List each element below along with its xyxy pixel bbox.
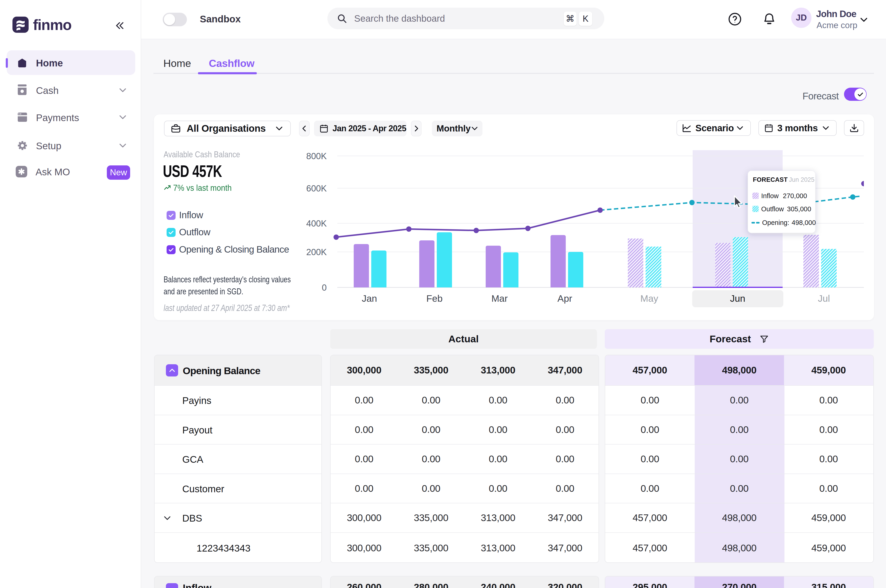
svg-text:800K: 800K	[306, 152, 327, 161]
svg-text:May: May	[640, 293, 658, 304]
svg-text:Jan: Jan	[362, 293, 377, 304]
svg-text:Outflow: Outflow	[761, 205, 784, 213]
svg-text:0: 0	[322, 283, 327, 292]
svg-text:Opening:: Opening:	[762, 219, 789, 226]
svg-text:Jul: Jul	[818, 293, 830, 304]
svg-text:Mar: Mar	[491, 293, 508, 304]
svg-text:498,000: 498,000	[791, 219, 816, 226]
svg-text:Apr: Apr	[557, 293, 572, 304]
svg-text:305,000: 305,000	[787, 205, 811, 213]
svg-text:600K: 600K	[306, 184, 327, 193]
svg-text:400K: 400K	[306, 219, 327, 228]
svg-text:Jun: Jun	[730, 293, 745, 304]
svg-text:200K: 200K	[306, 247, 327, 257]
svg-text:Jun 2025: Jun 2025	[789, 176, 814, 183]
svg-text:270,000: 270,000	[783, 192, 807, 200]
svg-text:FORECAST: FORECAST	[753, 176, 788, 183]
svg-text:Feb: Feb	[426, 293, 443, 304]
svg-text:Inflow: Inflow	[761, 192, 779, 200]
